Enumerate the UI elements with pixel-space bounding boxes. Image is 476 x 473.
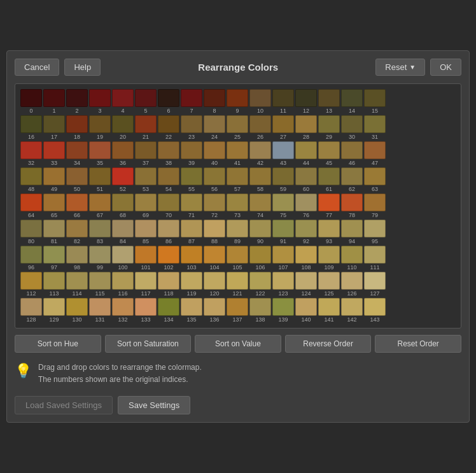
reset-order-button[interactable]: Reset Order	[375, 335, 461, 353]
color-cell[interactable]: 11	[272, 89, 294, 114]
color-cell[interactable]: 115	[89, 272, 111, 297]
color-cell[interactable]: 140	[295, 298, 317, 323]
color-cell[interactable]: 21	[135, 115, 157, 140]
color-cell[interactable]: 50	[66, 167, 88, 192]
color-cell[interactable]: 3	[89, 89, 111, 114]
cancel-button[interactable]: Cancel	[15, 59, 59, 76]
color-cell[interactable]: 4	[112, 89, 134, 114]
color-cell[interactable]: 86	[158, 220, 179, 244]
color-cell[interactable]: 99	[89, 246, 111, 271]
color-cell[interactable]: 16	[20, 115, 42, 140]
color-cell[interactable]: 129	[43, 298, 65, 323]
color-cell[interactable]: 103	[181, 246, 202, 271]
color-cell[interactable]: 76	[295, 194, 317, 218]
color-cell[interactable]: 126	[341, 272, 363, 297]
color-cell[interactable]: 13	[318, 89, 340, 114]
color-cell[interactable]: 81	[43, 220, 65, 244]
color-cell[interactable]: 84	[112, 220, 134, 244]
color-cell[interactable]: 8	[204, 89, 225, 114]
color-cell[interactable]: 59	[272, 167, 294, 192]
color-cell[interactable]: 119	[181, 272, 202, 297]
color-cell[interactable]: 62	[341, 167, 363, 192]
color-cell[interactable]: 20	[112, 115, 134, 140]
color-cell[interactable]: 114	[66, 272, 88, 297]
color-cell[interactable]: 109	[318, 246, 340, 271]
color-cell[interactable]: 17	[43, 115, 65, 140]
color-cell[interactable]: 94	[341, 220, 363, 244]
color-cell[interactable]: 68	[112, 194, 134, 218]
color-cell[interactable]: 40	[204, 141, 225, 166]
color-cell[interactable]: 117	[135, 272, 157, 297]
color-cell[interactable]: 41	[227, 141, 248, 166]
color-cell[interactable]: 78	[341, 194, 363, 218]
color-cell[interactable]: 32	[20, 141, 42, 166]
color-cell[interactable]: 66	[66, 194, 88, 218]
color-cell[interactable]: 96	[20, 246, 42, 271]
color-cell[interactable]: 25	[227, 115, 248, 140]
color-cell[interactable]: 44	[295, 141, 317, 166]
color-cell[interactable]: 108	[295, 246, 317, 271]
color-cell[interactable]: 127	[364, 272, 386, 297]
color-cell[interactable]: 0	[20, 89, 42, 114]
color-cell[interactable]: 98	[66, 246, 88, 271]
color-cell[interactable]: 34	[66, 141, 88, 166]
color-cell[interactable]: 100	[112, 246, 134, 271]
color-cell[interactable]: 111	[364, 246, 386, 271]
color-cell[interactable]: 30	[341, 115, 363, 140]
color-cell[interactable]: 116	[112, 272, 134, 297]
color-cell[interactable]: 15	[364, 89, 386, 114]
color-cell[interactable]: 82	[66, 220, 88, 244]
color-cell[interactable]: 28	[295, 115, 317, 140]
color-cell[interactable]: 123	[272, 272, 294, 297]
color-cell[interactable]: 2	[66, 89, 88, 114]
color-cell[interactable]: 57	[227, 167, 248, 192]
color-cell[interactable]: 71	[181, 194, 202, 218]
color-cell[interactable]: 90	[249, 220, 271, 244]
color-cell[interactable]: 92	[295, 220, 317, 244]
color-cell[interactable]: 39	[181, 141, 202, 166]
sort-saturation-button[interactable]: Sort on Saturation	[105, 335, 192, 353]
color-cell[interactable]: 88	[204, 220, 225, 244]
color-cell[interactable]: 43	[272, 141, 294, 166]
color-cell[interactable]: 133	[135, 298, 157, 323]
color-cell[interactable]: 70	[158, 194, 179, 218]
color-cell[interactable]: 64	[20, 194, 42, 218]
color-cell[interactable]: 14	[341, 89, 363, 114]
color-cell[interactable]: 132	[112, 298, 134, 323]
color-cell[interactable]: 112	[20, 272, 42, 297]
color-cell[interactable]: 87	[181, 220, 202, 244]
color-cell[interactable]: 69	[135, 194, 157, 218]
color-cell[interactable]: 138	[249, 298, 271, 323]
color-cell[interactable]: 12	[295, 89, 317, 114]
color-cell[interactable]: 105	[227, 246, 248, 271]
color-cell[interactable]: 77	[318, 194, 340, 218]
color-cell[interactable]: 47	[364, 141, 386, 166]
color-cell[interactable]: 6	[158, 89, 179, 114]
color-cell[interactable]: 124	[295, 272, 317, 297]
color-cell[interactable]: 80	[20, 220, 42, 244]
color-cell[interactable]: 137	[227, 298, 248, 323]
color-cell[interactable]: 135	[181, 298, 202, 323]
color-cell[interactable]: 53	[135, 167, 157, 192]
color-cell[interactable]: 45	[318, 141, 340, 166]
color-cell[interactable]: 142	[341, 298, 363, 323]
color-cell[interactable]: 27	[272, 115, 294, 140]
color-cell[interactable]: 79	[364, 194, 386, 218]
color-cell[interactable]: 54	[158, 167, 179, 192]
color-cell[interactable]: 113	[43, 272, 65, 297]
color-cell[interactable]: 18	[66, 115, 88, 140]
color-cell[interactable]: 61	[318, 167, 340, 192]
color-cell[interactable]: 29	[318, 115, 340, 140]
color-cell[interactable]: 72	[204, 194, 225, 218]
color-cell[interactable]: 55	[181, 167, 202, 192]
color-cell[interactable]: 36	[112, 141, 134, 166]
color-cell[interactable]: 118	[158, 272, 179, 297]
color-cell[interactable]: 22	[158, 115, 179, 140]
color-cell[interactable]: 139	[272, 298, 294, 323]
color-cell[interactable]: 9	[227, 89, 248, 114]
color-cell[interactable]: 5	[135, 89, 157, 114]
color-cell[interactable]: 120	[204, 272, 225, 297]
color-cell[interactable]: 107	[272, 246, 294, 271]
color-cell[interactable]: 93	[318, 220, 340, 244]
color-cell[interactable]: 130	[66, 298, 88, 323]
